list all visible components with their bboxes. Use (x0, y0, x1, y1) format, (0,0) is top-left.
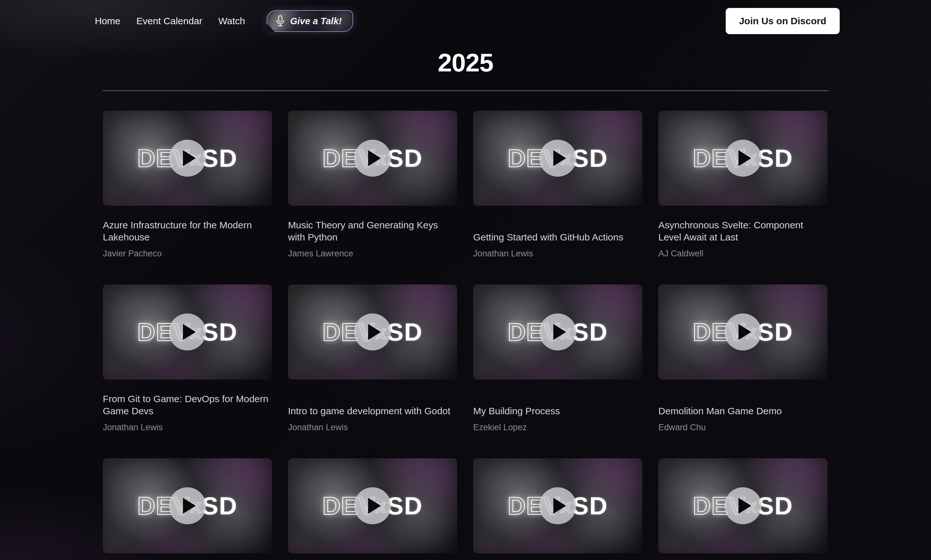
main-content: 2025 DEVxSD Azure Infrastructure for the… (103, 50, 828, 560)
logo-solid-text: SD (757, 491, 793, 520)
logo-solid-text: SD (202, 491, 238, 520)
video-card[interactable]: DEVxSD (473, 458, 642, 560)
play-icon (368, 498, 381, 514)
play-icon (553, 324, 566, 340)
video-title[interactable]: Music Theory and Generating Keys with Py… (288, 219, 457, 243)
play-icon (183, 150, 196, 166)
play-icon (553, 150, 566, 166)
video-title[interactable]: Demolition Man Game Demo (658, 393, 828, 417)
video-card[interactable]: DEVxSD Asynchronous Svelte: Component Le… (658, 111, 828, 258)
video-card[interactable]: DEVxSD My Building Process Ezekiel Lopez (473, 285, 642, 432)
video-author: Javier Pacheco (103, 248, 272, 258)
video-card[interactable]: DEVxSD Intro to game development with Go… (288, 285, 457, 432)
play-icon (553, 498, 566, 514)
nav-link[interactable]: Home (95, 15, 120, 26)
play-button[interactable] (539, 140, 576, 177)
give-a-talk-button[interactable]: Give a Talk! (267, 10, 354, 32)
play-icon (738, 324, 751, 340)
top-navigation-bar: Home Event Calendar Watch Give a Talk! J… (0, 0, 931, 42)
year-heading: 2025 (103, 50, 828, 75)
video-thumbnail[interactable]: DEVxSD (103, 111, 272, 206)
play-button[interactable] (724, 487, 761, 524)
play-icon (738, 498, 751, 514)
video-thumbnail[interactable]: DEVxSD (473, 458, 642, 553)
video-card[interactable]: DEVxSD (103, 458, 272, 560)
play-button[interactable] (169, 140, 206, 177)
video-title[interactable]: Azure Infrastructure for the Modern Lake… (103, 219, 272, 243)
video-card[interactable]: DEVxSD Getting Started with GitHub Actio… (473, 111, 642, 258)
video-author: Jonathan Lewis (103, 422, 272, 432)
play-icon (368, 324, 381, 340)
video-thumbnail[interactable]: DEVxSD (288, 458, 457, 553)
video-title[interactable]: My Building Process (473, 393, 642, 417)
nav-links: Home Event Calendar Watch (95, 15, 245, 26)
give-a-talk-label: Give a Talk! (290, 16, 342, 26)
logo-solid-text: SD (572, 491, 608, 520)
video-card[interactable]: DEVxSD Demolition Man Game Demo Edward C… (658, 285, 828, 432)
video-title[interactable]: From Git to Game: DevOps for Modern Game… (103, 393, 272, 417)
video-title[interactable]: Asynchronous Svelte: Component Level Awa… (658, 219, 828, 243)
nav-link[interactable]: Watch (218, 15, 245, 26)
logo-solid-text: SD (387, 144, 423, 173)
play-button[interactable] (169, 314, 206, 351)
play-button[interactable] (539, 314, 576, 351)
video-author: Ezekiel Lopez (473, 422, 642, 432)
join-discord-button[interactable]: Join Us on Discord (726, 8, 840, 34)
video-author: James Lawrence (288, 248, 457, 258)
video-thumbnail[interactable]: DEVxSD (288, 111, 457, 206)
logo-solid-text: SD (387, 491, 423, 520)
video-grid: DEVxSD Azure Infrastructure for the Mode… (103, 111, 828, 560)
play-button[interactable] (724, 140, 761, 177)
play-button[interactable] (539, 487, 576, 524)
video-thumbnail[interactable]: DEVxSD (658, 285, 828, 380)
video-card[interactable]: DEVxSD (658, 458, 828, 560)
video-thumbnail[interactable]: DEVxSD (103, 458, 272, 553)
play-button[interactable] (169, 487, 206, 524)
logo-solid-text: SD (757, 144, 793, 173)
video-author: AJ Caldwell (658, 248, 828, 258)
video-thumbnail[interactable]: DEVxSD (473, 111, 642, 206)
play-icon (738, 150, 751, 166)
play-button[interactable] (724, 314, 761, 351)
logo-solid-text: SD (202, 318, 238, 347)
logo-solid-text: SD (572, 144, 608, 173)
logo-solid-text: SD (202, 144, 238, 173)
video-thumbnail[interactable]: DEVxSD (658, 111, 828, 206)
logo-solid-text: SD (572, 318, 608, 347)
video-author: Jonathan Lewis (288, 422, 457, 432)
play-button[interactable] (354, 140, 391, 177)
video-title[interactable]: Getting Started with GitHub Actions (473, 219, 642, 243)
video-title[interactable]: Intro to game development with Godot (288, 393, 457, 417)
video-thumbnail[interactable]: DEVxSD (658, 458, 828, 553)
video-thumbnail[interactable]: DEVxSD (103, 285, 272, 380)
logo-solid-text: SD (387, 318, 423, 347)
video-card[interactable]: DEVxSD From Git to Game: DevOps for Mode… (103, 285, 272, 432)
play-button[interactable] (354, 487, 391, 524)
video-author: Jonathan Lewis (473, 248, 642, 258)
video-thumbnail[interactable]: DEVxSD (288, 285, 457, 380)
play-icon (368, 150, 381, 166)
video-card[interactable]: DEVxSD Music Theory and Generating Keys … (288, 111, 457, 258)
video-thumbnail[interactable]: DEVxSD (473, 285, 642, 380)
nav-link[interactable]: Event Calendar (136, 15, 202, 26)
video-card[interactable]: DEVxSD Azure Infrastructure for the Mode… (103, 111, 272, 258)
logo-solid-text: SD (757, 318, 793, 347)
microphone-icon (276, 15, 285, 28)
section-divider (103, 90, 828, 91)
video-author: Edward Chu (658, 422, 828, 432)
play-button[interactable] (354, 314, 391, 351)
play-icon (183, 324, 196, 340)
video-card[interactable]: DEVxSD (288, 458, 457, 560)
play-icon (183, 498, 196, 514)
